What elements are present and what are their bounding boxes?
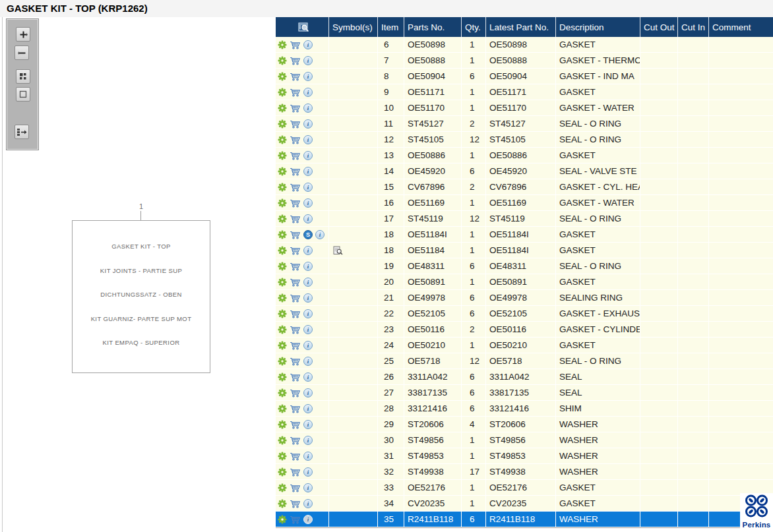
info-icon[interactable]: i bbox=[303, 198, 313, 208]
info-icon[interactable]: i bbox=[303, 72, 313, 81]
gear-icon[interactable] bbox=[278, 309, 287, 318]
info-icon[interactable]: i bbox=[303, 183, 313, 192]
info-icon[interactable]: i bbox=[303, 246, 313, 255]
table-row[interactable]: i 14 OE45920 6 OE45920 SEAL - VALVE STE bbox=[276, 163, 773, 179]
cart-icon[interactable] bbox=[290, 198, 301, 208]
table-row[interactable]: i 7 OE50888 1 OE50888 GASKET - THERMO bbox=[276, 53, 773, 69]
gear-icon[interactable] bbox=[278, 56, 287, 65]
cart-icon[interactable] bbox=[290, 214, 301, 223]
gear-icon[interactable] bbox=[278, 167, 287, 176]
gear-icon[interactable] bbox=[278, 388, 287, 398]
gear-icon[interactable] bbox=[278, 151, 287, 160]
info-icon[interactable]: i bbox=[303, 467, 313, 477]
gear-icon[interactable] bbox=[278, 278, 287, 287]
cart-icon[interactable] bbox=[290, 103, 301, 113]
gear-icon[interactable] bbox=[278, 293, 287, 303]
s-badge-icon[interactable]: S bbox=[303, 230, 313, 239]
info-icon[interactable]: i bbox=[303, 341, 313, 350]
gear-icon[interactable] bbox=[278, 246, 287, 255]
table-row[interactable]: i 20 OE50891 1 OE50891 GASKET bbox=[276, 274, 773, 290]
header-item[interactable]: Item bbox=[378, 17, 404, 37]
gear-icon[interactable] bbox=[278, 262, 287, 271]
table-row[interactable]: i 22 OE52105 6 OE52105 GASKET - EXHAUS bbox=[276, 306, 773, 322]
table-row[interactable]: i 28 33121416 6 33121416 SHIM bbox=[276, 401, 773, 417]
table-row[interactable]: i 34 CV20235 1 CV20235 GASKET bbox=[276, 496, 773, 512]
info-icon[interactable]: i bbox=[303, 151, 313, 160]
info-icon[interactable]: i bbox=[303, 325, 313, 334]
table-row[interactable]: i 31 ST49853 1 ST49853 WASHER bbox=[276, 448, 773, 464]
gear-icon[interactable] bbox=[278, 119, 287, 129]
header-qty[interactable]: Qty. bbox=[462, 17, 486, 37]
gear-icon[interactable] bbox=[278, 372, 287, 382]
gear-icon[interactable] bbox=[278, 404, 287, 413]
header-description[interactable]: Description bbox=[556, 17, 640, 37]
cart-icon[interactable] bbox=[290, 436, 301, 445]
header-comment[interactable]: Comment bbox=[709, 17, 773, 37]
gear-icon[interactable] bbox=[278, 420, 287, 429]
cart-icon[interactable] bbox=[290, 278, 301, 287]
info-icon[interactable]: i bbox=[303, 452, 313, 461]
cart-icon[interactable] bbox=[290, 72, 301, 81]
cart-icon[interactable] bbox=[290, 515, 301, 524]
table-row[interactable]: i 29 ST20606 4 ST20606 WASHER bbox=[276, 417, 773, 432]
table-row[interactable]: i 11 ST45127 2 ST45127 SEAL - O RING bbox=[276, 116, 773, 132]
table-row[interactable]: i 25 OE5718 12 OE5718 SEAL - O RING bbox=[276, 353, 773, 369]
header-actions[interactable] bbox=[276, 17, 329, 37]
table-row[interactable]: i 15 CV67896 2 CV67896 GASKET - CYL. HEA bbox=[276, 179, 773, 195]
table-row[interactable]: i 19 OE48311 6 OE48311 SEAL - O RING bbox=[276, 258, 773, 274]
info-icon[interactable]: i bbox=[303, 88, 313, 97]
tile-view-button[interactable] bbox=[16, 69, 30, 84]
cart-icon[interactable] bbox=[290, 230, 301, 239]
table-row[interactable]: i 9 OE51171 1 OE51171 GASKET bbox=[276, 84, 773, 100]
header-symbols[interactable]: Symbol(s) bbox=[329, 17, 378, 37]
table-row[interactable]: i 33 OE52176 1 OE52176 GASKET bbox=[276, 480, 773, 496]
gear-icon[interactable] bbox=[278, 341, 287, 350]
info-icon[interactable]: i bbox=[303, 357, 313, 366]
info-icon[interactable]: i bbox=[303, 499, 313, 508]
cart-icon[interactable] bbox=[290, 467, 301, 477]
gear-icon[interactable] bbox=[278, 436, 287, 445]
table-row[interactable]: i 6 OE50898 1 OE50898 GASKET bbox=[276, 37, 773, 53]
info-icon[interactable]: i bbox=[303, 278, 313, 287]
cart-icon[interactable] bbox=[290, 357, 301, 366]
table-row[interactable]: i 27 33817135 6 33817135 SEAL bbox=[276, 385, 773, 401]
info-icon[interactable]: i bbox=[303, 309, 313, 318]
table-row[interactable]: i 12 ST45105 12 ST45105 SEAL - O RING bbox=[276, 132, 773, 148]
cart-icon[interactable] bbox=[290, 404, 301, 413]
table-row[interactable]: i 8 OE50904 6 OE50904 GASKET - IND MA bbox=[276, 69, 773, 84]
gear-icon[interactable] bbox=[278, 230, 287, 239]
info-icon[interactable]: i bbox=[303, 293, 313, 303]
info-icon[interactable]: i bbox=[303, 420, 313, 429]
table-row[interactable]: i 18 OE51184 1 OE51184I GASKET bbox=[276, 243, 773, 258]
cart-icon[interactable] bbox=[290, 325, 301, 334]
cart-icon[interactable] bbox=[290, 388, 301, 398]
gear-icon[interactable] bbox=[278, 183, 287, 192]
cart-icon[interactable] bbox=[290, 183, 301, 192]
gear-icon[interactable] bbox=[278, 483, 287, 492]
table-row[interactable]: i 30 ST49856 1 ST49856 WASHER bbox=[276, 432, 773, 448]
info-icon[interactable]: i bbox=[303, 515, 313, 524]
info-icon[interactable]: i bbox=[303, 404, 313, 413]
info-icon[interactable]: i bbox=[303, 372, 313, 382]
info-icon[interactable]: i bbox=[303, 103, 313, 113]
header-parts-no[interactable]: Parts No. bbox=[404, 17, 462, 37]
table-row[interactable]: i 23 OE50116 2 OE50116 GASKET - CYLINDE bbox=[276, 322, 773, 338]
gear-icon[interactable] bbox=[278, 467, 287, 477]
header-latest-part-no[interactable]: Latest Part No. bbox=[486, 17, 556, 37]
gear-icon[interactable] bbox=[278, 135, 287, 144]
table-row[interactable]: i 10 OE51170 1 OE51170 GASKET - WATER bbox=[276, 100, 773, 116]
table-row[interactable]: i 24 OE50210 1 OE50210 GASKET bbox=[276, 338, 773, 353]
table-row[interactable]: i 32 ST49938 17 ST49938 WASHER bbox=[276, 464, 773, 480]
cart-icon[interactable] bbox=[290, 293, 301, 303]
cart-icon[interactable] bbox=[290, 262, 301, 271]
cart-icon[interactable] bbox=[290, 151, 301, 160]
cart-icon[interactable] bbox=[290, 135, 301, 144]
fit-view-button[interactable] bbox=[16, 87, 30, 102]
cart-icon[interactable] bbox=[290, 452, 301, 461]
info-icon[interactable]: i bbox=[303, 167, 313, 176]
symbol-preview-icon[interactable] bbox=[333, 246, 343, 255]
header-cut-out[interactable]: Cut Out bbox=[640, 17, 678, 37]
collapse-panel-button[interactable] bbox=[15, 125, 29, 139]
cart-icon[interactable] bbox=[290, 309, 301, 318]
cart-icon[interactable] bbox=[290, 167, 301, 176]
